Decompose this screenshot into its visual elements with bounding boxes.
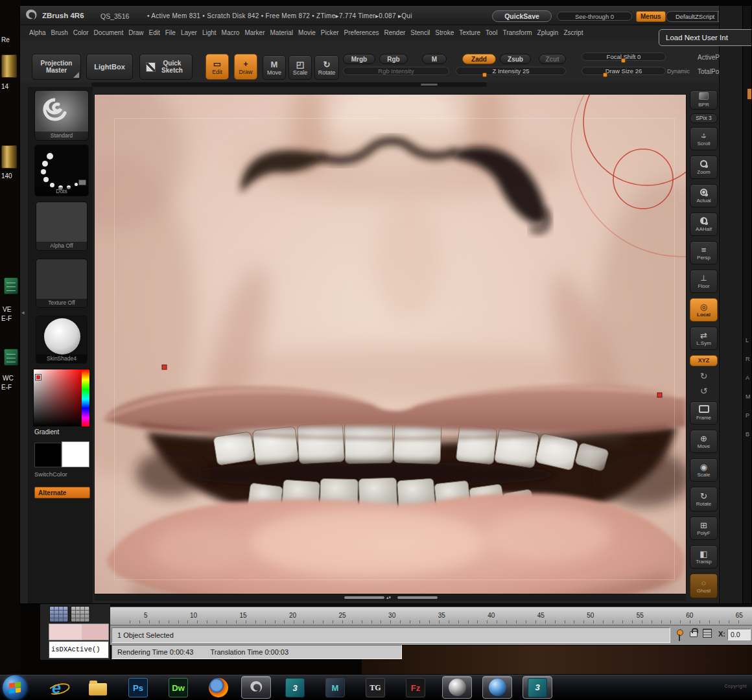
right-shelf-button[interactable]: L.Sym — [690, 327, 718, 350]
menu-item[interactable]: Draw — [126, 29, 146, 36]
menu-item[interactable]: File — [163, 29, 178, 36]
maya-icon[interactable]: M — [324, 678, 346, 697]
right-shelf-button[interactable]: Frame — [690, 401, 718, 425]
maxscript-mini-listener[interactable]: isDXActive() — [49, 641, 109, 659]
edge-button-letter[interactable]: P — [746, 406, 751, 425]
viewport-canvas[interactable] — [95, 95, 686, 594]
curve-editor-button[interactable] — [49, 606, 69, 622]
folder-icon[interactable] — [87, 678, 109, 697]
menu-item[interactable]: Picker — [318, 29, 342, 36]
edge-button-letter[interactable]: L — [746, 331, 751, 350]
quick-sketch-button[interactable]: Quick Sketch — [139, 54, 193, 80]
menu-item[interactable]: Document — [91, 29, 126, 36]
rgb-button[interactable]: Rgb — [379, 54, 408, 64]
menu-item[interactable]: Edit — [147, 29, 163, 36]
scrollbar-grip[interactable] — [344, 596, 384, 599]
gizmo-handle[interactable] — [657, 393, 662, 397]
default-zscript-button[interactable]: DefaultZScript — [666, 11, 724, 22]
shelf-divider[interactable] — [91, 82, 487, 87]
menu-item[interactable]: Marker — [242, 29, 267, 36]
tg-app-icon[interactable]: TG — [364, 678, 386, 697]
edge-button-letter[interactable]: A — [746, 369, 751, 388]
photoshop-icon[interactable]: Ps — [127, 678, 149, 697]
draw-size-handle[interactable] — [603, 73, 607, 77]
edge-chip[interactable] — [747, 89, 752, 99]
scale-mode-button[interactable]: ◰ Scale — [288, 55, 312, 80]
right-shelf-button[interactable]: XYZ — [690, 355, 718, 366]
filezilla-icon[interactable]: Fz — [405, 678, 427, 697]
menu-item[interactable]: Brush — [49, 29, 71, 36]
menu-item[interactable]: Material — [268, 29, 296, 36]
menu-item[interactable]: Movie — [296, 29, 318, 36]
menu-item[interactable]: Color — [71, 29, 91, 36]
material-selector[interactable]: SkinShade4 — [36, 316, 88, 364]
key-mode-icon[interactable] — [676, 629, 683, 642]
alpha-selector[interactable]: Alpha Off — [36, 202, 88, 251]
stroke-selector[interactable]: Dots — [34, 145, 89, 196]
menu-item[interactable]: Light — [200, 29, 219, 36]
right-shelf-button[interactable]: Scroll — [690, 127, 718, 150]
right-shelf-button[interactable]: BPR — [690, 90, 718, 110]
draw-mode-button[interactable]: + Draw — [234, 54, 257, 80]
rgb-intensity-slider[interactable]: Rgb Intensity — [343, 67, 449, 75]
absolute-mode-icon[interactable] — [703, 629, 712, 638]
zsub-button[interactable]: Zsub — [500, 54, 531, 64]
right-shelf-button[interactable]: PolyF — [690, 517, 718, 540]
color-swatch-field[interactable] — [49, 624, 109, 640]
saturation-square[interactable] — [34, 369, 83, 426]
color-picker[interactable] — [33, 369, 90, 426]
title-bar[interactable]: ZBrush 4R6 QS_3516 • Active Mem 831 • Sc… — [20, 6, 751, 25]
gradient-label[interactable]: Gradient — [34, 428, 59, 436]
menu-item[interactable]: Zplugin — [535, 29, 561, 36]
right-shelf-button[interactable]: Floor — [690, 270, 718, 293]
timeline-ruler[interactable]: 5101520253035404550556065 — [110, 607, 752, 625]
alternate-button[interactable]: Alternate — [34, 487, 90, 498]
dynamic-label[interactable]: Dynamic — [667, 68, 690, 75]
switchcolor-button[interactable]: SwitchColor — [34, 471, 67, 478]
schematic-view-button[interactable] — [71, 606, 90, 622]
blue-sphere-button[interactable] — [482, 676, 512, 699]
right-shelf-button[interactable]: Persp — [690, 241, 718, 264]
canvas-scrollbar[interactable]: ▴▾ — [95, 594, 686, 601]
move-mode-button[interactable]: M Move — [263, 55, 286, 80]
zcut-button[interactable]: Zcut — [539, 54, 566, 64]
rotate-mode-button[interactable]: ↻ Rotate — [314, 55, 339, 80]
menu-item[interactable]: Texture — [456, 29, 483, 36]
spreadsheet-icon[interactable] — [4, 277, 18, 294]
zadd-button[interactable]: Zadd — [462, 54, 496, 64]
right-shelf-button[interactable] — [690, 369, 718, 382]
edge-button-letter[interactable]: B — [746, 425, 751, 444]
draw-size-slider[interactable]: Draw Size 26 — [582, 67, 666, 75]
right-shelf-button[interactable]: Transp — [690, 545, 718, 568]
menu-item[interactable]: Macro — [219, 29, 242, 36]
edit-mode-button[interactable]: ▭ Edit — [206, 54, 229, 80]
see-through-slider[interactable]: See-through 0 — [557, 12, 632, 21]
menu-item[interactable]: Render — [382, 29, 408, 36]
right-shelf-button[interactable]: Rotate — [690, 487, 718, 511]
internet-explorer-icon[interactable]: e — [45, 678, 67, 697]
scrollbar-grip[interactable] — [397, 596, 438, 599]
mrgb-button[interactable]: Mrgb — [343, 54, 375, 64]
book-icon[interactable] — [1, 145, 17, 169]
menu-item[interactable]: Layer — [178, 29, 200, 36]
secondary-color-swatch[interactable] — [62, 441, 89, 467]
menu-item[interactable]: Alpha — [27, 29, 49, 36]
tray-collapse-icon[interactable]: ◂ — [21, 309, 25, 316]
menus-toggle[interactable]: Menus — [636, 11, 666, 22]
selection-lock-icon[interactable] — [690, 631, 698, 637]
z-intensity-handle[interactable] — [482, 73, 487, 77]
right-shelf-button[interactable]: Move — [690, 430, 718, 453]
brush-selector[interactable]: Standard — [34, 90, 89, 141]
z-intensity-slider[interactable]: Z Intensity 25 — [456, 67, 566, 75]
firefox-icon[interactable] — [207, 678, 229, 697]
menu-item[interactable]: Preferences — [342, 29, 382, 36]
right-shelf-button[interactable]: Zoom — [690, 156, 718, 179]
book-icon[interactable] — [1, 54, 17, 78]
right-shelf-button[interactable]: SPix 3 — [690, 113, 718, 123]
menu-item[interactable]: Stencil — [408, 29, 432, 36]
menu-item[interactable]: Stroke — [432, 29, 456, 36]
right-shelf-button[interactable]: Actual — [690, 184, 718, 207]
dreamweaver-icon[interactable]: Dw — [167, 678, 189, 697]
3dsmax-icon[interactable]: 3 — [284, 678, 306, 697]
hue-bar[interactable] — [82, 369, 89, 426]
